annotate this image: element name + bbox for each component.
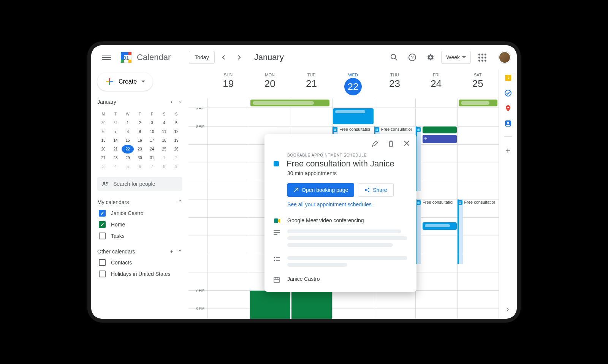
- calendar-item[interactable]: Holidays in United States: [97, 268, 182, 280]
- add-addon-icon[interactable]: +: [505, 146, 510, 156]
- mini-day[interactable]: 7: [109, 127, 122, 136]
- day-header[interactable]: MON20: [249, 70, 290, 98]
- keep-icon[interactable]: [504, 74, 512, 82]
- see-all-schedules-link[interactable]: See all your appointment schedules: [287, 201, 407, 207]
- day-header[interactable]: WED22: [332, 70, 374, 98]
- help-icon[interactable]: ?: [405, 50, 420, 65]
- event-popup: BOOKABLE APPOINTMENT SCHEDULE Free consu…: [264, 134, 416, 292]
- mini-day[interactable]: 28: [109, 154, 122, 162]
- checkbox[interactable]: [99, 233, 106, 239]
- search-people-input[interactable]: Search for people: [97, 177, 182, 191]
- collapse-rail-icon[interactable]: ›: [507, 306, 509, 313]
- edit-icon[interactable]: [369, 138, 381, 149]
- list-placeholder: [287, 256, 407, 270]
- prev-week-button[interactable]: [218, 51, 230, 63]
- settings-icon[interactable]: [423, 50, 438, 65]
- calendar-item[interactable]: Tasks: [97, 230, 182, 242]
- calendar-event[interactable]: [423, 222, 456, 230]
- mini-day[interactable]: 27: [97, 154, 109, 162]
- mini-day[interactable]: 1: [158, 154, 170, 162]
- mini-day[interactable]: 25: [158, 145, 170, 154]
- mini-day[interactable]: 9: [170, 162, 182, 171]
- apps-icon[interactable]: [474, 49, 491, 66]
- day-header[interactable]: FRI24: [415, 70, 457, 98]
- mini-day[interactable]: 22: [122, 145, 134, 154]
- mini-day[interactable]: 2: [170, 154, 182, 162]
- share-icon: [364, 187, 370, 193]
- maps-icon[interactable]: [504, 104, 512, 112]
- create-button[interactable]: Create: [97, 73, 153, 91]
- mini-day[interactable]: 4: [158, 119, 170, 127]
- day-header[interactable]: SUN19: [207, 70, 249, 98]
- mini-day[interactable]: 1: [122, 119, 134, 127]
- today-button[interactable]: Today: [189, 51, 214, 64]
- calendar-event[interactable]: [333, 108, 373, 124]
- mini-day[interactable]: 19: [170, 136, 182, 145]
- user-avatar[interactable]: [499, 51, 511, 63]
- calendar-item[interactable]: Contacts: [97, 257, 182, 268]
- day-header[interactable]: TUE21: [291, 70, 332, 98]
- mini-day[interactable]: 29: [122, 154, 134, 162]
- open-booking-button[interactable]: Open booking page: [287, 183, 354, 197]
- calendar-event[interactable]: [423, 127, 456, 133]
- mini-day[interactable]: 20: [97, 145, 109, 154]
- mini-day[interactable]: 24: [146, 145, 158, 154]
- mini-day[interactable]: 21: [109, 145, 122, 154]
- meet-label: Google Meet video conferencing: [287, 217, 364, 223]
- mini-day[interactable]: 8: [158, 162, 170, 171]
- mini-day[interactable]: 12: [170, 127, 182, 136]
- mini-day[interactable]: 3: [97, 162, 109, 171]
- mini-calendar[interactable]: MTWTFSS303112345678910111213141516171819…: [97, 110, 182, 171]
- mini-day[interactable]: 9: [134, 127, 146, 136]
- other-calendars-toggle[interactable]: Other calendars+⌃: [97, 246, 182, 257]
- mini-day[interactable]: 31: [109, 119, 122, 127]
- contacts-icon[interactable]: [504, 120, 512, 127]
- mini-day[interactable]: 2: [134, 119, 146, 127]
- day-header[interactable]: THU23: [374, 70, 415, 98]
- mini-day[interactable]: 26: [170, 145, 182, 154]
- mini-day[interactable]: 18: [158, 136, 170, 145]
- mini-day[interactable]: 3: [146, 119, 158, 127]
- view-selector[interactable]: Week: [441, 51, 471, 64]
- mini-day[interactable]: 31: [146, 154, 158, 162]
- mini-day[interactable]: 6: [97, 127, 109, 136]
- my-calendars-toggle[interactable]: My calendars⌃: [97, 197, 182, 207]
- mini-day[interactable]: 14: [109, 136, 122, 145]
- calendar-item[interactable]: Home: [97, 219, 182, 230]
- menu-icon[interactable]: [97, 48, 116, 66]
- day-header[interactable]: SAT25: [457, 70, 499, 98]
- mini-day[interactable]: 4: [109, 162, 122, 171]
- search-icon[interactable]: [386, 50, 402, 65]
- mini-day[interactable]: 30: [97, 119, 109, 127]
- mini-day[interactable]: 16: [134, 136, 146, 145]
- mini-day[interactable]: 5: [122, 162, 134, 171]
- checkbox[interactable]: [99, 259, 106, 266]
- mini-prev-icon[interactable]: ‹: [169, 97, 174, 107]
- add-calendar-icon[interactable]: +: [170, 248, 173, 255]
- mini-day[interactable]: 7: [146, 162, 158, 171]
- mini-next-icon[interactable]: ›: [177, 97, 182, 107]
- mini-day[interactable]: 11: [158, 127, 170, 136]
- tasks-icon[interactable]: [504, 89, 512, 97]
- checkbox[interactable]: [99, 210, 106, 217]
- checkbox[interactable]: [99, 271, 106, 277]
- allday-event[interactable]: [250, 100, 329, 106]
- share-button[interactable]: Share: [358, 183, 393, 197]
- calendar-event[interactable]: ⊘: [423, 135, 456, 143]
- mini-day[interactable]: 30: [134, 154, 146, 162]
- checkbox[interactable]: [99, 221, 106, 228]
- mini-day[interactable]: 8: [122, 127, 134, 136]
- mini-day[interactable]: 13: [97, 136, 109, 145]
- mini-day[interactable]: 17: [146, 136, 158, 145]
- open-icon: [293, 187, 299, 193]
- mini-day[interactable]: 23: [134, 145, 146, 154]
- mini-day[interactable]: 15: [122, 136, 134, 145]
- mini-day[interactable]: 10: [146, 127, 158, 136]
- allday-event[interactable]: [459, 100, 497, 106]
- calendar-item[interactable]: Janice Castro: [97, 207, 182, 219]
- delete-icon[interactable]: [385, 138, 397, 149]
- next-week-button[interactable]: [233, 51, 245, 63]
- mini-day[interactable]: 6: [134, 162, 146, 171]
- close-icon[interactable]: [401, 138, 412, 149]
- mini-day[interactable]: 5: [170, 119, 182, 127]
